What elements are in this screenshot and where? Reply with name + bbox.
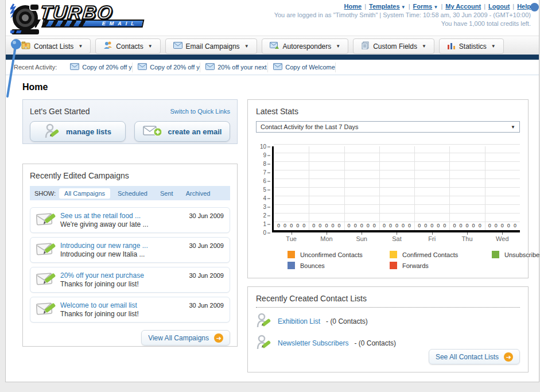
envelope-pencil-icon — [36, 301, 60, 319]
y-axis-label: 8 — [263, 161, 270, 167]
tab-contact-lists[interactable]: Contact Lists▼ — [13, 38, 91, 54]
credits-info: You have 1,000 total credits left. — [274, 20, 531, 27]
page-title: Home — [22, 82, 539, 92]
view-all-campaigns-button[interactable]: View All Campaigns ➜ — [141, 330, 230, 346]
chevron-down-icon: ▼ — [244, 44, 249, 49]
nav-link-my-account[interactable]: My Account — [445, 3, 481, 10]
see-all-contact-lists-button[interactable]: See All Contact Lists ➜ — [429, 349, 520, 364]
legend-item: Forwards — [390, 262, 492, 269]
login-info: You are logged in as "Timothy Smith" | S… — [274, 11, 531, 18]
campaign-list-item: Welcome to our email listThanks for join… — [30, 297, 230, 323]
x-axis-label: Fri — [414, 234, 449, 242]
turbo-email-logo: TURBO EMAIL — [10, 2, 148, 35]
contact-lists-folder-icon — [21, 41, 30, 51]
chart-value-label: 0 — [395, 223, 398, 228]
tab-autoresponders[interactable]: Autoresponders▼ — [262, 38, 349, 54]
contact-list-link[interactable]: Newsletter Subscribers — [278, 339, 348, 347]
x-axis-label: Wed — [485, 234, 520, 242]
recent-activity-item[interactable]: 20% off your next p — [200, 63, 268, 72]
chart-value-group: 00000 — [274, 223, 309, 228]
stats-period-value: Contact Activity for the Last 7 Days — [261, 123, 359, 130]
nav-link-logout[interactable]: Logout — [488, 3, 510, 10]
y-axis-label: 10 — [260, 143, 270, 150]
nav-separator: | — [362, 3, 369, 10]
bar-chart-icon — [447, 42, 456, 51]
tab-custom-fields[interactable]: Custom Fields▼ — [353, 38, 434, 54]
contact-list-count: - (0 Contacts) — [354, 339, 396, 347]
chart-value-label: 0 — [466, 223, 469, 228]
tab-email-campaigns[interactable]: Email Campaigns▼ — [165, 38, 257, 54]
legend-label: Bounces — [300, 262, 325, 269]
campaign-title-link[interactable]: 20% off your next purchase — [60, 271, 189, 280]
gridline-horizontal — [274, 144, 520, 145]
campaign-filter-archived[interactable]: Archived — [181, 188, 216, 199]
create-an-email-button[interactable]: create an email — [134, 121, 230, 142]
recent-activity-item[interactable]: Copy of 20% off yc — [133, 63, 200, 72]
chevron-down-icon: ▼ — [491, 44, 496, 49]
show-label: SHOW: — [34, 190, 56, 197]
nav-link-forms[interactable]: Forms — [413, 3, 433, 10]
campaign-filter-scheduled[interactable]: Scheduled — [112, 188, 153, 199]
envelope-icon — [205, 63, 215, 71]
chart-value-label: 0 — [389, 223, 392, 228]
x-axis-label: Tue — [274, 234, 309, 242]
contact-list-item: Exhibition List - (0 Contacts) — [256, 313, 520, 329]
pages-icon — [361, 41, 370, 51]
chart-value-label: 0 — [402, 223, 405, 228]
chart-value-label: 0 — [373, 223, 376, 228]
tab-label: Contact Lists — [34, 42, 73, 51]
recent-activity-item[interactable]: Copy of 20% off yc — [65, 63, 133, 72]
chart-value-label: 0 — [501, 223, 504, 228]
chart-value-group: 00000 — [414, 223, 449, 228]
chart-value-label: 0 — [514, 223, 516, 228]
campaign-subtitle: Thanks for joining our list! — [60, 280, 189, 289]
contact-list-link[interactable]: Exhibition List — [278, 317, 320, 325]
legend-swatch — [492, 251, 499, 258]
chart-value-label: 0 — [312, 223, 315, 228]
recent-activity-item[interactable]: Copy of Welcome to — [268, 63, 336, 72]
campaigns-title: Recently Edited Campaigns — [30, 171, 230, 180]
campaign-text: Introducing our new range ...Introducing… — [60, 242, 189, 259]
nav-link-help[interactable]: Help — [517, 3, 531, 10]
main-nav-tabbar: Contact Lists▼Contacts▼Email Campaigns▼A… — [6, 36, 539, 55]
chevron-down-icon: ▼ — [78, 44, 83, 49]
main-content: Home Let's Get Started Switch to Quick L… — [6, 75, 539, 372]
legend-item: Confirmed Contacts — [390, 251, 492, 258]
y-axis-label: 0 — [263, 230, 270, 236]
stats-period-select[interactable]: Contact Activity for the Last 7 Days ▼ — [256, 121, 520, 133]
nav-link-templates[interactable]: Templates — [369, 3, 400, 10]
campaign-filter-all-campaigns[interactable]: All Campaigns — [59, 188, 110, 199]
tab-label: Autoresponders — [283, 42, 332, 51]
chart-value-group: 00000 — [485, 223, 520, 228]
header: TURBO EMAIL Home|Templates ▼|Forms ▼|My … — [6, 0, 539, 36]
nav-link-home[interactable]: Home — [344, 3, 362, 10]
campaign-date: 30 Jun 2009 — [189, 272, 224, 279]
recently-created-contact-lists-panel: Recently Created Contact Lists Exhibitio… — [247, 286, 529, 372]
x-axis-label: Thu — [449, 234, 484, 242]
campaign-filter-sent[interactable]: Sent — [155, 188, 178, 199]
arrow-right-icon: ➜ — [504, 352, 513, 362]
campaign-title-link[interactable]: See us at the retail food ... — [60, 212, 189, 220]
person-pencil-icon — [256, 313, 272, 329]
view-all-campaigns-label: View All Campaigns — [148, 334, 209, 342]
chart-value-label: 0 — [437, 223, 440, 228]
recent-activity-item-label: Copy of Welcome to — [285, 64, 336, 71]
gridline-vertical — [379, 146, 380, 230]
latest-stats-panel: Latest Stats Contact Activity for the La… — [247, 99, 529, 278]
gridline-vertical — [414, 146, 415, 230]
chevron-down-icon: ▼ — [400, 5, 406, 10]
tab-statistics[interactable]: Statistics▼ — [439, 38, 504, 54]
x-axis-label: Sat — [379, 234, 414, 242]
campaign-title-link[interactable]: Welcome to our email list — [60, 301, 189, 310]
manage-lists-button[interactable]: manage lists — [30, 121, 126, 142]
header-utility: Home|Templates ▼|Forms ▼|My Account|Logo… — [274, 3, 531, 27]
chart-value-label: 0 — [430, 223, 433, 228]
gridline-horizontal — [274, 178, 520, 179]
latest-stats-title: Latest Stats — [256, 107, 520, 116]
switch-quick-links-link[interactable]: Switch to Quick Links — [170, 108, 230, 115]
person-pencil-icon — [44, 123, 60, 140]
campaign-date: 30 Jun 2009 — [189, 302, 224, 309]
app-page: TURBO EMAIL Home|Templates ▼|Forms ▼|My … — [5, 0, 539, 382]
campaign-title-link[interactable]: Introducing our new range ... — [60, 242, 189, 250]
tab-contacts[interactable]: Contacts▼ — [95, 38, 160, 54]
